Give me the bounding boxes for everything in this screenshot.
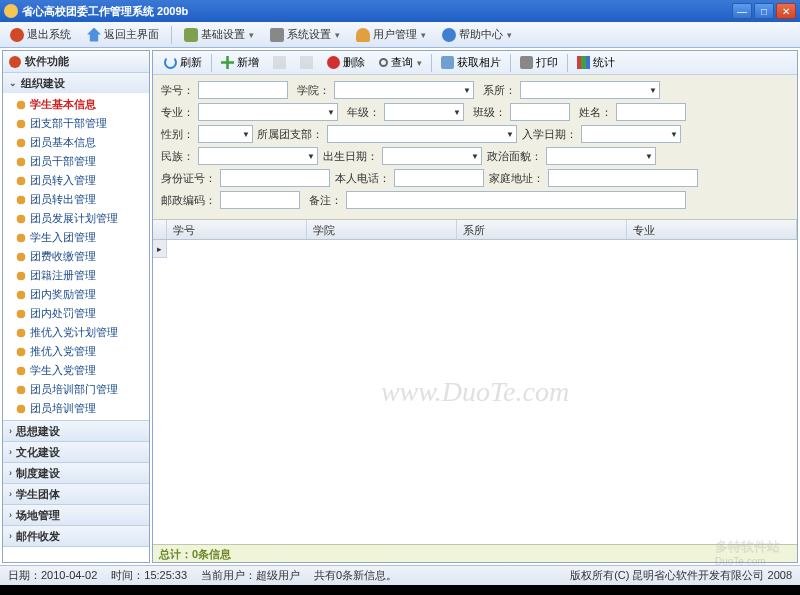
accordion-header[interactable]: ›学生团体 (3, 484, 149, 504)
close-button[interactable]: ✕ (776, 3, 796, 19)
combo-tuanzhibu[interactable]: ▼ (327, 125, 517, 143)
chevron-down-icon: ▼ (506, 130, 514, 139)
nav-item[interactable]: 团员转入管理 (3, 171, 149, 190)
edit-button (268, 54, 291, 71)
stats-button[interactable]: 统计 (572, 53, 620, 72)
nav-item-label: 团员转出管理 (30, 192, 96, 207)
input-dianhua[interactable] (394, 169, 484, 187)
help-button[interactable]: 帮助中心▾ (438, 25, 516, 44)
chevron-down-icon: ▼ (242, 130, 250, 139)
input-shenfenzheng[interactable] (220, 169, 330, 187)
home-label: 返回主界面 (104, 27, 159, 42)
nav-item-label: 团内奖励管理 (30, 287, 96, 302)
grid-body[interactable]: ▸ www.DuoTe.com (153, 240, 797, 544)
input-xuehao[interactable] (198, 81, 288, 99)
accordion-label: 组织建设 (21, 76, 65, 91)
home-button[interactable]: 返回主界面 (83, 25, 163, 44)
combo-ruxue[interactable]: ▼ (581, 125, 681, 143)
nav-item[interactable]: 学生入党管理 (3, 361, 149, 380)
combo-xisuo[interactable]: ▼ (520, 81, 660, 99)
wrench-icon (270, 28, 284, 42)
nav-item[interactable]: 推优入党计划管理 (3, 323, 149, 342)
combo-zhuanye[interactable]: ▼ (198, 103, 338, 121)
chevron-down-icon: ⌄ (9, 78, 17, 88)
sys-settings-button[interactable]: 系统设置▾ (266, 25, 344, 44)
grid-footer: 总计：0条信息 (153, 544, 797, 562)
photo-button[interactable]: 获取相片 (436, 53, 506, 72)
nav-item[interactable]: 团员干部管理 (3, 152, 149, 171)
accordion-header[interactable]: ⌄组织建设 (3, 73, 149, 93)
grid-col-xisuo[interactable]: 系所 (457, 220, 627, 239)
nav-item[interactable]: 学生入团管理 (3, 228, 149, 247)
accordion-header[interactable]: ›文化建设 (3, 442, 149, 462)
accordion-label: 场地管理 (16, 508, 60, 523)
help-icon (442, 28, 456, 42)
input-beizhu[interactable] (346, 191, 686, 209)
accordion-header[interactable]: ›场地管理 (3, 505, 149, 525)
nav-item[interactable]: 学生基本信息 (3, 95, 149, 114)
nav-item-label: 团员基本信息 (30, 135, 96, 150)
nav-item-label: 团费收缴管理 (30, 249, 96, 264)
nav-item[interactable]: 推优入党管理 (3, 342, 149, 361)
accordion-header[interactable]: ›思想建设 (3, 421, 149, 441)
chevron-right-icon: › (9, 426, 12, 436)
nav-item[interactable]: 团员培训管理 (3, 399, 149, 418)
nav-item[interactable]: 团员发展计划管理 (3, 209, 149, 228)
combo-nianji[interactable]: ▼ (384, 103, 464, 121)
base-settings-button[interactable]: 基础设置▾ (180, 25, 258, 44)
accordion-section: ›场地管理 (3, 505, 149, 526)
help-label: 帮助中心 (459, 27, 503, 42)
minimize-button[interactable]: — (732, 3, 752, 19)
label-tuanzhibu: 所属团支部： (257, 127, 323, 142)
accordion-section: ›学生团体 (3, 484, 149, 505)
nav-item[interactable]: 团籍注册管理 (3, 266, 149, 285)
combo-xueyuan[interactable]: ▼ (334, 81, 474, 99)
label-banji: 班级： (468, 105, 506, 120)
sidebar-header: 软件功能 (3, 51, 149, 73)
stats-label: 统计 (593, 55, 615, 70)
nav-item[interactable]: 团员培训部门管理 (3, 380, 149, 399)
refresh-button[interactable]: 刷新 (159, 53, 207, 72)
maximize-button[interactable]: □ (754, 3, 774, 19)
add-button[interactable]: 新增 (216, 53, 264, 72)
combo-minzu[interactable]: ▼ (198, 147, 318, 165)
chevron-right-icon: › (9, 510, 12, 520)
edit-icon (273, 56, 286, 69)
input-youbian[interactable] (220, 191, 300, 209)
grid-col-zhuanye[interactable]: 专业 (627, 220, 797, 239)
nav-item[interactable]: 团内处罚管理 (3, 304, 149, 323)
chevron-right-icon: › (9, 489, 12, 499)
nav-item[interactable]: 团员转出管理 (3, 190, 149, 209)
input-banji[interactable] (510, 103, 570, 121)
combo-chusheng[interactable]: ▼ (382, 147, 482, 165)
print-button[interactable]: 打印 (515, 53, 563, 72)
user-mgmt-button[interactable]: 用户管理▾ (352, 25, 430, 44)
nav-item-label: 团内处罚管理 (30, 306, 96, 321)
accordion-header[interactable]: ›邮件收发 (3, 526, 149, 546)
label-dizhi: 家庭地址： (488, 171, 544, 186)
sidebar-accordion: ⌄组织建设学生基本信息团支部干部管理团员基本信息团员干部管理团员转入管理团员转出… (3, 73, 149, 562)
chevron-down-icon: ▼ (453, 108, 461, 117)
search-icon (379, 58, 388, 67)
nav-item[interactable]: 团员基本信息 (3, 133, 149, 152)
exit-button[interactable]: 退出系统 (6, 25, 75, 44)
query-label: 查询 (391, 55, 413, 70)
accordion-header[interactable]: ›制度建设 (3, 463, 149, 483)
nav-item[interactable]: 团费收缴管理 (3, 247, 149, 266)
query-button[interactable]: 查询▾ (374, 53, 427, 72)
window-title: 省心高校团委工作管理系统 2009b (22, 4, 732, 19)
grid-col-xuehao[interactable]: 学号 (167, 220, 307, 239)
input-xingming[interactable] (616, 103, 686, 121)
nav-item[interactable]: 团支部干部管理 (3, 114, 149, 133)
grid-col-xueyuan[interactable]: 学院 (307, 220, 457, 239)
input-dizhi[interactable] (548, 169, 698, 187)
print-icon (520, 56, 533, 69)
sys-label: 系统设置 (287, 27, 331, 42)
user-icon (356, 28, 370, 42)
delete-button[interactable]: 删除 (322, 53, 370, 72)
dropdown-icon: ▾ (417, 58, 422, 68)
combo-zhengzhi[interactable]: ▼ (546, 147, 656, 165)
combo-xingbie[interactable]: ▼ (198, 125, 253, 143)
nav-item[interactable]: 团内奖励管理 (3, 285, 149, 304)
nav-item-label: 推优入党计划管理 (30, 325, 118, 340)
